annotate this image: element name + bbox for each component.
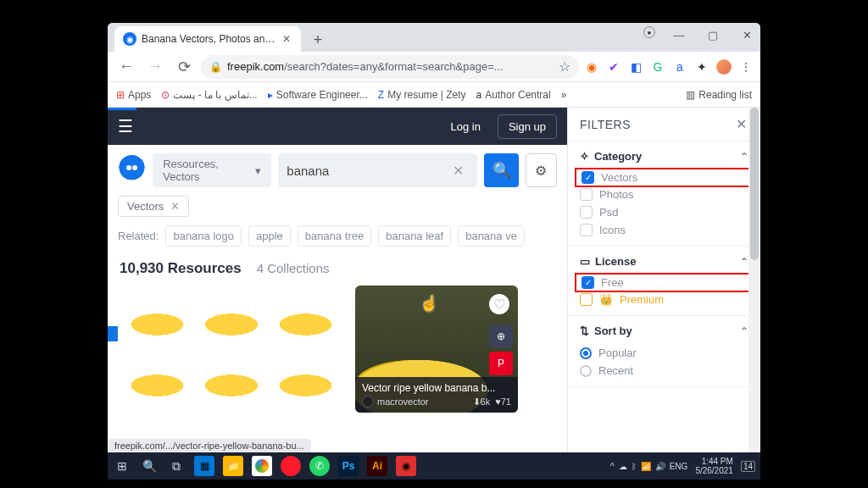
tray-bt-icon[interactable]: ᛒ	[632, 462, 637, 471]
filter-opt-photos[interactable]: Photos	[580, 186, 748, 203]
chevron-down-icon: ▾	[255, 164, 261, 177]
reading-list[interactable]: ▥ Reading list	[686, 89, 752, 101]
sort-icon: ⇅	[580, 324, 589, 337]
address-bar[interactable]: 🔒 freepik.com/search?dates=any&format=se…	[201, 55, 579, 79]
sliders-icon: ⚙	[535, 163, 547, 179]
filter-chip-vectors[interactable]: Vectors✕	[118, 196, 189, 217]
start-button[interactable]: ⊞	[113, 457, 131, 475]
profile-avatar[interactable]	[716, 59, 732, 75]
page-scrollbar[interactable]	[748, 108, 760, 452]
ext-icon-5[interactable]: a	[672, 59, 687, 75]
filter-opt-psd[interactable]: Psd	[580, 203, 748, 221]
bookmark-1[interactable]: ⊙تماس با ما - پست...	[161, 89, 257, 101]
app-opera[interactable]	[281, 456, 301, 476]
favorite-icon[interactable]: ♡	[489, 294, 509, 314]
clear-search-icon[interactable]: ✕	[448, 163, 469, 179]
search-taskbar-icon[interactable]: 🔍	[140, 457, 159, 475]
related-tag[interactable]: banana logo	[165, 225, 242, 247]
tray-wifi-icon[interactable]: 📶	[641, 462, 651, 471]
related-tag[interactable]: apple	[248, 225, 291, 247]
bookmark-4[interactable]: aAuthor Central	[476, 89, 551, 101]
filter-opt-free[interactable]: ✓Free	[575, 273, 754, 292]
search-row: Resources, Vectors▾ ✕ 🔍 ⚙	[108, 145, 567, 196]
app-calculator[interactable]: ▦	[194, 456, 214, 476]
bookmark-2[interactable]: ▸Software Engineer...	[268, 89, 368, 101]
tray-lang[interactable]: ENG	[670, 462, 688, 471]
related-tag[interactable]: banana ve	[458, 225, 525, 247]
filter-opt-vectors[interactable]: ✓Vectors	[575, 168, 754, 187]
apps-bookmark[interactable]: ⊞Apps	[116, 89, 151, 101]
maximize-icon[interactable]: ▢	[703, 26, 723, 43]
bookmark-3[interactable]: ZMy resume | Zety	[378, 89, 466, 101]
freepik-favicon: ◉	[123, 32, 136, 46]
card-author[interactable]: macrovector	[362, 396, 429, 408]
star-icon[interactable]: ☆	[559, 58, 570, 75]
result-card-1[interactable]	[118, 286, 345, 413]
app-recorder[interactable]: ◉	[396, 456, 416, 476]
back-button[interactable]: ←	[114, 55, 138, 79]
remove-chip-icon[interactable]: ✕	[170, 200, 180, 213]
app-whatsapp[interactable]: ✆	[309, 456, 330, 476]
card-overlay: Vector ripe yellow banana b... macrovect…	[355, 377, 518, 413]
checkbox-icon	[580, 224, 593, 236]
forward-button[interactable]: →	[143, 55, 167, 79]
chevron-up-icon[interactable]: ⌃	[740, 151, 748, 163]
tray-notifications[interactable]: 14	[741, 461, 755, 472]
sort-opt-recent[interactable]: Recent	[580, 362, 748, 380]
chevron-up-icon[interactable]: ⌃	[740, 325, 748, 337]
app-chrome[interactable]	[252, 456, 272, 476]
radio-icon	[580, 365, 592, 377]
tray-up-icon[interactable]: ^	[610, 462, 615, 471]
chevron-up-icon[interactable]: ⌃	[740, 256, 748, 268]
record-icon[interactable]: ●	[643, 26, 655, 38]
tray-cloud-icon[interactable]: ☁	[619, 462, 627, 471]
freepik-logo[interactable]	[118, 155, 146, 186]
login-button[interactable]: Log in	[440, 115, 490, 138]
active-filter-chips: Vectors✕	[108, 196, 567, 220]
crown-icon: 👑	[599, 293, 613, 306]
app-illustrator[interactable]: Ai	[367, 456, 387, 476]
tray-vol-icon[interactable]: 🔊	[655, 462, 665, 471]
search-box[interactable]: ✕	[278, 153, 477, 187]
signup-button[interactable]: Sign up	[498, 114, 557, 139]
system-tray[interactable]: ^ ☁ ᛒ 📶 🔊 ENG 1:44 PM 5/26/2021 14	[610, 457, 755, 475]
taskview-icon[interactable]: ⧉	[167, 457, 186, 475]
scrollbar-thumb[interactable]	[750, 108, 759, 260]
hamburger-icon[interactable]: ☰	[118, 116, 133, 136]
related-tag[interactable]: banana leaf	[378, 225, 451, 247]
related-tag[interactable]: banana tree	[298, 225, 371, 247]
reload-button[interactable]: ⟳	[172, 55, 196, 79]
ext-icon-3[interactable]: ◧	[628, 59, 643, 75]
checkbox-icon: ✓	[581, 276, 594, 289]
checkbox-icon	[580, 188, 593, 201]
ext-icon-4[interactable]: G	[650, 59, 665, 75]
license-icon: ▭	[580, 255, 590, 268]
ext-icon-1[interactable]: ◉	[584, 59, 599, 75]
tray-clock[interactable]: 1:44 PM 5/26/2021	[692, 457, 737, 475]
app-photoshop[interactable]: Ps	[338, 456, 359, 476]
filter-toggle-button[interactable]: ⚙	[526, 153, 557, 187]
site-topbar: ☰ Log in Sign up	[108, 108, 567, 145]
search-input[interactable]	[287, 164, 448, 178]
minimize-icon[interactable]: —	[669, 26, 689, 43]
app-explorer[interactable]: 📁	[223, 456, 243, 476]
result-card-2[interactable]: ☝ ♡ ⊕ P Vector ripe yellow banana b... m…	[355, 286, 518, 413]
bookmarks-bar: ⊞Apps ⊙تماس با ما - پست... ▸Software Eng…	[108, 82, 760, 108]
browser-tab[interactable]: ◉ Banana Vectors, Photos and PSD ✕	[114, 26, 301, 52]
close-window-icon[interactable]: ✕	[737, 26, 757, 43]
add-collection-icon[interactable]: ⊕	[489, 324, 513, 348]
resource-type-select[interactable]: Resources, Vectors▾	[153, 153, 271, 187]
sort-opt-popular[interactable]: Popular	[580, 344, 748, 362]
pinterest-icon[interactable]: P	[489, 352, 513, 375]
close-filters-icon[interactable]: ✕	[736, 116, 748, 132]
ext-icon-2[interactable]: ✔	[606, 59, 621, 75]
filter-opt-premium[interactable]: 👑Premium	[580, 291, 748, 308]
filter-opt-icons[interactable]: Icons	[580, 221, 748, 239]
bookmark-more[interactable]: »	[561, 89, 567, 101]
search-button[interactable]: 🔍	[484, 153, 519, 187]
chrome-menu-icon[interactable]: ⋮	[738, 59, 754, 75]
collection-count[interactable]: 4 Collections	[257, 261, 330, 275]
new-tab-button[interactable]: +	[306, 28, 330, 52]
close-tab-icon[interactable]: ✕	[281, 33, 292, 45]
extensions-icon[interactable]: ✦	[694, 59, 709, 75]
